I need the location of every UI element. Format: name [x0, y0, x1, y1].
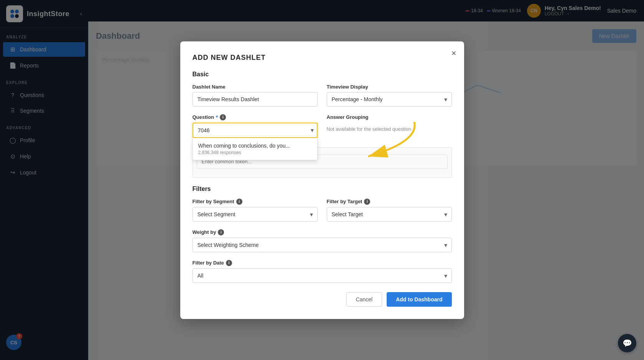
- filter-segment-wrapper: Select Segment: [193, 207, 318, 222]
- basic-form-row-2: Question * i ▾ When coming to conclusion…: [193, 114, 452, 138]
- filter-target-select[interactable]: Select Target: [327, 207, 452, 222]
- answer-grouping-group: Answer Grouping Not available for the se…: [327, 114, 452, 138]
- question-dropdown: When coming to conclusions, do you... 2,…: [193, 138, 318, 160]
- chat-button[interactable]: 💬: [618, 334, 636, 352]
- chat-icon: 💬: [623, 339, 632, 348]
- question-input-wrapper: ▾ When coming to conclusions, do you... …: [193, 123, 318, 138]
- filters-row-1: Filter by Segment i Select Segment Filte…: [193, 199, 452, 222]
- answer-grouping-label: Answer Grouping: [327, 114, 452, 120]
- dashlet-name-label: Dashlet Name: [193, 84, 318, 90]
- dropdown-item-title: When coming to conclusions, do you...: [198, 143, 312, 149]
- timeview-display-wrapper: Percentage - Monthly: [327, 92, 452, 107]
- filter-segment-group: Filter by Segment i Select Segment: [193, 199, 318, 222]
- question-input[interactable]: [193, 123, 318, 138]
- question-group: Question * i ▾ When coming to conclusion…: [193, 114, 318, 138]
- filter-target-label: Filter by Target i: [327, 199, 452, 205]
- modal-overlay: × ADD NEW DASHLET Basic Dashlet Name Tim…: [0, 0, 644, 360]
- modal-title: ADD NEW DASHLET: [193, 54, 452, 62]
- target-info-icon[interactable]: i: [364, 199, 370, 205]
- filter-date-wrapper: All: [193, 268, 452, 283]
- weight-by-label: Weight by i: [193, 229, 452, 235]
- dropdown-item-meta: 2,836,348 responses: [198, 150, 312, 155]
- question-label: Question * i: [193, 114, 318, 120]
- dashlet-name-input[interactable]: [193, 92, 318, 107]
- question-info-icon[interactable]: i: [220, 114, 226, 120]
- filter-target-group: Filter by Target i Select Target: [327, 199, 452, 222]
- filters-section-title: Filters: [193, 186, 452, 192]
- timeview-display-label: Timeview Display: [327, 84, 452, 90]
- filter-target-wrapper: Select Target: [327, 207, 452, 222]
- answer-grouping-text: Not available for the selected question: [327, 122, 452, 136]
- date-info-icon[interactable]: i: [226, 260, 232, 266]
- segment-info-icon[interactable]: i: [236, 199, 242, 205]
- cancel-button[interactable]: Cancel: [346, 292, 382, 307]
- modal-dialog: × ADD NEW DASHLET Basic Dashlet Name Tim…: [180, 41, 464, 319]
- dropdown-item-1[interactable]: When coming to conclusions, do you... 2,…: [193, 138, 317, 160]
- filter-date-group: Filter by Date i All: [193, 260, 452, 283]
- filter-segment-select[interactable]: Select Segment: [193, 207, 318, 222]
- weight-by-select[interactable]: Select Weighting Scheme: [193, 238, 452, 252]
- basic-section-title: Basic: [193, 71, 452, 78]
- weight-by-group: Weight by i Select Weighting Scheme: [193, 229, 452, 252]
- required-star: *: [216, 114, 218, 120]
- weight-info-icon[interactable]: i: [218, 229, 224, 235]
- filter-segment-label: Filter by Segment i: [193, 199, 318, 205]
- timeview-display-select[interactable]: Percentage - Monthly: [327, 92, 452, 107]
- basic-form-row-1: Dashlet Name Timeview Display Percentage…: [193, 84, 452, 107]
- filter-date-select[interactable]: All: [193, 268, 452, 283]
- weight-by-wrapper: Select Weighting Scheme: [193, 238, 452, 252]
- timeview-display-group: Timeview Display Percentage - Monthly: [327, 84, 452, 107]
- modal-close-button[interactable]: ×: [451, 49, 456, 58]
- dashlet-name-group: Dashlet Name: [193, 84, 318, 107]
- add-to-dashboard-button[interactable]: Add to Dashboard: [387, 292, 451, 307]
- filter-date-label: Filter by Date i: [193, 260, 452, 266]
- modal-footer: Cancel Add to Dashboard: [193, 292, 452, 307]
